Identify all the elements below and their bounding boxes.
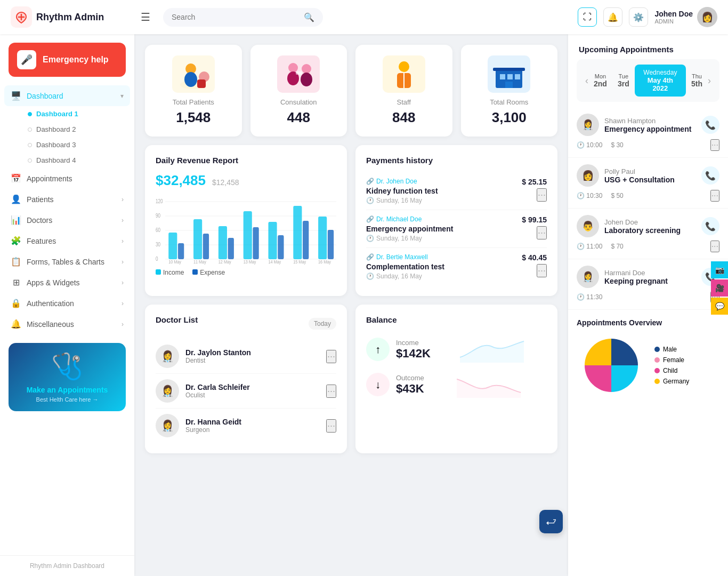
doctor-list-card: Doctor List Today 👩‍⚕️ Dr. Jaylon Stanto…	[145, 305, 347, 453]
sidebar-item-apps[interactable]: ⊞ Apps & Widgets ›	[4, 272, 130, 293]
appt-amount: $ 70	[611, 243, 623, 250]
svg-rect-35	[268, 222, 277, 259]
calendar-day-wed[interactable]: Wednesday May 4th 2022	[635, 65, 686, 97]
sub-nav-dashboard1[interactable]: Dashboard 1	[21, 106, 130, 122]
doctor-name: Dr. Hanna Geidt	[185, 418, 320, 426]
settings-button[interactable]: ⚙️	[629, 7, 648, 27]
doctor-spec: Surgeon	[185, 426, 320, 434]
svg-text:90: 90	[156, 213, 160, 219]
logo-icon	[11, 6, 32, 28]
payments-title: Payments history	[366, 156, 547, 165]
svg-rect-39	[203, 234, 209, 259]
search-bar: 🔍	[163, 8, 323, 27]
payment-test: Complementation test	[366, 262, 444, 271]
side-icon-camera[interactable]: 📷	[711, 261, 728, 278]
appt-time: 🕐 11:00	[577, 243, 602, 250]
stat-img-staff	[383, 55, 425, 93]
stat-label-rooms: Total Rooms	[472, 98, 547, 106]
sidebar-promo: 🩺 Make an Appointments Best Helth Care h…	[9, 343, 126, 411]
stat-card-consulation: Consulation 448	[250, 45, 347, 137]
svg-rect-11	[296, 71, 302, 75]
svg-rect-19	[515, 74, 520, 79]
appt-name: Polly Paul	[604, 167, 675, 175]
svg-rect-38	[178, 243, 184, 259]
sidebar-item-miscellaneous[interactable]: 🔔 Miscellaneous ›	[4, 314, 130, 334]
svg-rect-16	[493, 68, 525, 71]
calendar-day-tue[interactable]: Tue 3rd	[612, 70, 635, 91]
doctor-more-button[interactable]: ···	[326, 350, 336, 363]
svg-text:12 May: 12 May	[219, 259, 232, 265]
search-input[interactable]	[172, 13, 300, 21]
emergency-button[interactable]: 🎤 Emergency help	[9, 43, 126, 77]
appt-name: Harmani Doe	[604, 269, 668, 277]
doctor-item: 👩‍⚕️ Dr. Carla Schleifer Oculist ···	[156, 374, 336, 409]
svg-text:13 May: 13 May	[244, 259, 257, 265]
appt-time: 🕐 10:30	[577, 192, 602, 199]
calendar-day-mon[interactable]: Mon 2nd	[588, 70, 612, 91]
calendar-day-thu[interactable]: Thu 5th	[686, 70, 708, 91]
doctor-more-button[interactable]: ···	[326, 419, 336, 433]
features-icon: 🧩	[11, 236, 21, 246]
authentication-icon: 🔒	[11, 298, 21, 308]
stat-cards: Total Patients 1,548 Consulation 448	[145, 45, 557, 137]
sidebar-item-doctors[interactable]: 📊 Doctors ›	[4, 210, 130, 230]
appt-avatar: 👩‍⚕️	[577, 114, 599, 136]
menu-button[interactable]: ☰	[136, 9, 155, 26]
sidebar-item-appointments[interactable]: 📅 Appointments	[4, 168, 130, 189]
chevron-right-icon: ›	[122, 300, 124, 307]
side-icon-video[interactable]: 🎥	[711, 279, 728, 297]
expand-button[interactable]: ⛶	[578, 7, 597, 27]
legend-male-color	[654, 347, 660, 352]
sub-dot	[28, 127, 32, 132]
sub-nav-dashboard4[interactable]: Dashboard 4	[21, 153, 130, 168]
side-icon-chat[interactable]: 💬	[711, 298, 728, 315]
stat-img-consulation	[277, 55, 320, 93]
appt-more-button[interactable]: ···	[710, 241, 719, 252]
promo-subtitle[interactable]: Best Helth Care here →	[17, 396, 117, 403]
doctor-avatar: 👩‍⚕️	[156, 379, 179, 403]
outcome-icon: ↓	[366, 373, 390, 396]
logo: Rhythm Admin	[11, 6, 128, 28]
payment-more-button[interactable]: ···	[537, 226, 547, 239]
payment-more-button[interactable]: ···	[537, 264, 547, 277]
call-button[interactable]: 📞	[701, 166, 719, 185]
appt-avatar: 👨	[577, 215, 599, 237]
overview-title: Appointments Overview	[577, 318, 719, 327]
sub-nav-dashboard3[interactable]: Dashboard 3	[21, 137, 130, 153]
chevron-down-icon: ▾	[120, 92, 124, 100]
notification-button[interactable]: 🔔	[603, 7, 622, 27]
sidebar-item-features[interactable]: 🧩 Features ›	[4, 230, 130, 251]
appt-more-button[interactable]: ···	[710, 139, 719, 151]
calendar-next-button[interactable]: ›	[708, 75, 711, 86]
payment-more-button[interactable]: ···	[537, 188, 547, 202]
appt-more-button[interactable]: ···	[710, 190, 719, 202]
sub-nav-dashboard2[interactable]: Dashboard 2	[21, 122, 130, 137]
appt-amount: $ 30	[611, 141, 623, 149]
sidebar-item-patients[interactable]: 👤 Patients ›	[4, 189, 130, 210]
svg-point-12	[399, 61, 409, 72]
call-button[interactable]: 📞	[701, 217, 719, 235]
doctors-icon: 📊	[11, 215, 21, 225]
svg-rect-40	[228, 238, 234, 259]
promo-title: Make an Appointments	[17, 386, 117, 394]
svg-rect-18	[507, 74, 513, 79]
appointments-icon: 📅	[11, 173, 21, 183]
patients-icon: 👤	[11, 194, 21, 204]
call-button[interactable]: 📞	[701, 116, 719, 134]
stat-card-staff: Staff 848	[355, 45, 452, 137]
float-button[interactable]: ⮐	[539, 510, 563, 533]
doctor-spec: Dentist	[185, 357, 320, 364]
chevron-right-icon: ›	[122, 258, 124, 266]
user-info: Johen Doe ADMIN 👩	[654, 7, 717, 27]
appt-name: Johen Doe	[604, 218, 681, 226]
sidebar-item-authentication[interactable]: 🔒 Authentication ›	[4, 293, 130, 314]
right-panel: Upcoming Appointments ‹ Mon 2nd Tue 3rd …	[568, 34, 728, 576]
sidebar-item-dashboard[interactable]: 🖥️ Dashboard ▾	[4, 85, 130, 106]
balance-title: Balance	[366, 315, 547, 324]
sidebar-item-forms[interactable]: 📋 Forms, Tables & Charts ›	[4, 251, 130, 272]
stat-img-patients	[172, 55, 215, 93]
income-label: Income	[396, 339, 431, 347]
stat-value-rooms: 3,100	[472, 109, 547, 126]
doctor-more-button[interactable]: ···	[326, 385, 336, 398]
stat-label-consulation: Consulation	[261, 98, 337, 106]
